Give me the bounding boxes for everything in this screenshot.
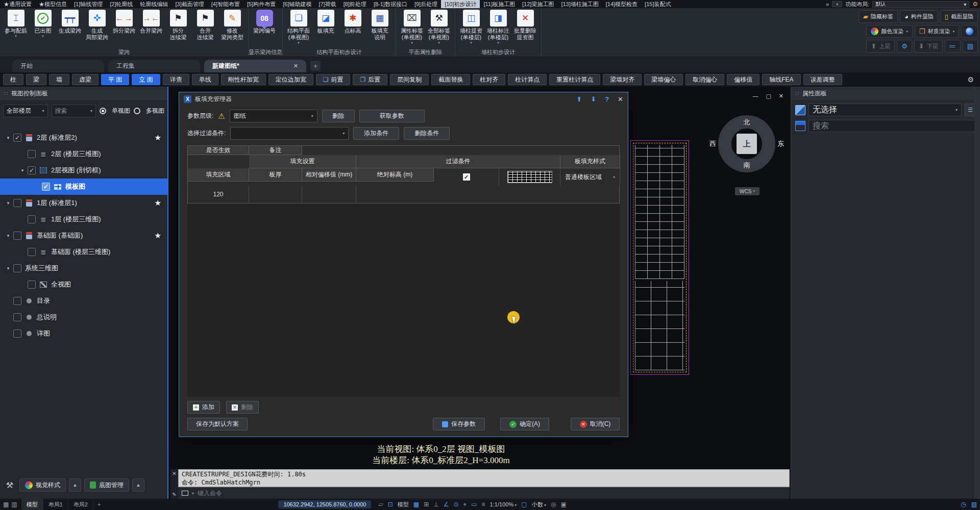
tree-checkbox[interactable] (28, 150, 36, 158)
visual-style-button[interactable]: 视觉样式 (19, 478, 66, 492)
toolbar-button[interactable]: 柱 (3, 74, 23, 85)
ribbon-button[interactable]: ✜生成 局部梁跨 (84, 10, 110, 41)
wcs-selector[interactable]: WCS▾ (735, 187, 760, 195)
ribbon-button[interactable]: ⚒全部标签 (单视图)▾ (426, 10, 452, 44)
toolbar-button[interactable]: 柱计算点 (508, 74, 547, 85)
row-rel-offset-cell[interactable] (249, 186, 302, 203)
otrack-icon[interactable]: ⌖ (463, 501, 467, 508)
ribbon-icon-button[interactable] (961, 25, 978, 38)
close-icon[interactable]: ✕ (172, 471, 176, 476)
toolbar-button[interactable]: 墙 (49, 74, 69, 85)
ribbon-button[interactable]: ◨墙柱标注 (单楼层)▾ (485, 10, 511, 44)
ribbon-button[interactable]: 08梁跨编号 (251, 10, 278, 34)
toolbar-button[interactable]: 刚性杆加宽 (221, 74, 266, 85)
ribbon-button[interactable]: →←合并梁跨 (138, 10, 164, 34)
menu-overflow-chevron[interactable]: » (826, 1, 829, 7)
delete-level-button[interactable]: 删除 (322, 110, 355, 122)
toolbar-button[interactable]: 偏移值 (727, 74, 760, 85)
tree-item[interactable]: 模板图 (0, 178, 167, 195)
ribbon-button[interactable]: ✕批量删除 提资图 (512, 10, 538, 41)
tree-checkbox[interactable] (13, 297, 21, 305)
ribbon-button[interactable]: ⌶参与配筋▾ (3, 10, 29, 38)
tree-item[interactable]: 全视图 (0, 276, 167, 293)
ribbon-button[interactable]: ▦板填充 说明 (366, 10, 393, 41)
minimize-icon[interactable]: — (752, 93, 758, 99)
ribbon-button[interactable]: ✱点标高 (339, 10, 366, 34)
ribbon-toggle-button[interactable]: ❐材质渲染▾ (915, 25, 959, 38)
float-window-icon[interactable]: ▱ (378, 501, 383, 508)
document-tab[interactable]: 工程集 (108, 60, 200, 72)
add-condition-button[interactable]: 添加条件 (353, 127, 399, 140)
menu-item[interactable]: [11]板施工图 (480, 0, 519, 8)
tree-checkbox[interactable] (13, 134, 21, 142)
clock-icon[interactable]: ◷ (961, 501, 966, 508)
grid-icon[interactable]: ▦ (413, 501, 419, 508)
tree-item[interactable]: ≣1层 (楼层三维图) (0, 211, 167, 227)
view-compass[interactable]: 北 南 西 东 上 (718, 115, 775, 172)
annotation-icon[interactable]: ▢ (521, 501, 527, 508)
filter-condition-select[interactable]: ▾ (230, 127, 349, 140)
ok-button[interactable]: ✓确定(A) (500, 418, 549, 430)
toolbar-button[interactable]: ❏前置 (316, 74, 351, 85)
selection-select[interactable]: 无选择▾ (808, 104, 962, 116)
close-icon[interactable]: ✕ (779, 93, 783, 99)
cancel-button[interactable]: ✕取消(C) (571, 418, 620, 430)
tree-checkbox[interactable] (13, 232, 21, 240)
close-icon[interactable]: ✕ (618, 95, 623, 103)
move-down-icon[interactable]: ⬇ (591, 95, 596, 103)
layout-tab[interactable]: 布局1 (43, 499, 68, 510)
toolbar-button[interactable]: 层间复制 (390, 74, 429, 85)
menu-item[interactable]: [8-1]数据接口 (370, 0, 411, 8)
toolbar-button[interactable]: 误差调整 (803, 74, 842, 85)
star-icon[interactable]: ★ (155, 231, 161, 240)
polar-icon[interactable]: ∠ (444, 501, 449, 508)
command-input[interactable]: ▾ 键入命令 (178, 487, 790, 499)
close-icon[interactable]: ✕ (293, 63, 298, 69)
expander-icon[interactable]: ▾ (18, 168, 27, 173)
toolbar-button[interactable]: 梁墙偏心 (644, 74, 683, 85)
expander-icon[interactable]: ▾ (4, 266, 12, 271)
toolbar-button[interactable]: 单线 (192, 74, 218, 85)
visual-style-expand-button[interactable]: ▲ (69, 478, 81, 492)
property-search-input[interactable]: 搜索 (808, 120, 976, 132)
dialog-titlebar[interactable]: X 板填充管理器 ⬆ ⬇ ? ✕ (179, 92, 628, 106)
osnap-icon[interactable]: ⊙ (453, 501, 458, 508)
command-history[interactable]: CREATESTRUPRE_DESIGN花费时间: 1.80s 命令: CmdS… (178, 469, 790, 487)
row-thickness-cell[interactable]: 120 (188, 186, 249, 203)
menu-item[interactable]: [6]辅助建模 (279, 0, 315, 8)
basemap-expand-button[interactable]: ▲ (132, 478, 144, 492)
ribbon-toggle-button[interactable]: ▯截面显隐 (940, 10, 978, 23)
toolbar-button[interactable]: 定位边加宽 (268, 74, 313, 85)
ribbon-button[interactable]: ⌧属性标签 (单视图)▾ (399, 10, 425, 44)
ortho-icon[interactable]: ⊥ (433, 501, 438, 508)
move-up-icon[interactable]: ⬆ (576, 95, 582, 103)
tools-icon[interactable]: ⚒ (3, 480, 16, 490)
edit-icon[interactable]: ✎ (172, 492, 176, 497)
ribbon-toggle-button[interactable]: ⬇下层 (914, 40, 943, 53)
menu-item[interactable]: [9]后处理 (411, 0, 441, 8)
menu-item[interactable]: [8]前处理 (340, 0, 370, 8)
ribbon-button[interactable]: ◪板填充 (312, 10, 339, 34)
tree-item[interactable]: 目录 (0, 293, 167, 309)
menu-dropdown-button[interactable]: ▾ (832, 1, 842, 7)
dyn-input-icon[interactable]: ▭ (471, 501, 477, 508)
document-tab[interactable]: 新建图纸*✕ (204, 60, 306, 72)
tree-checkbox[interactable] (13, 264, 21, 272)
save-as-default-button[interactable]: 保存为默认方案 (187, 418, 248, 430)
toolbar-button[interactable]: 柱对齐 (473, 74, 505, 85)
layout-tab[interactable]: 布局2 (68, 499, 93, 510)
tree-checkbox[interactable] (28, 248, 36, 256)
layout-select[interactable]: 默认▾ (872, 1, 969, 8)
ribbon-toggle-button[interactable]: 颜色渲染▾ (866, 25, 913, 38)
ribbon-toggle-button[interactable]: ◕构件显隐 (900, 10, 938, 23)
menu-item[interactable]: [14]模型检查 (602, 0, 641, 8)
menu-item[interactable]: ★通用设置 (0, 0, 35, 8)
tree-item[interactable]: ≣基础面 (楼层三维图) (0, 244, 167, 260)
basemap-manage-button[interactable]: 底图管理 (84, 478, 129, 492)
gear-icon[interactable]: ⚙ (972, 1, 978, 8)
ribbon-button[interactable]: ⚑合并 连续梁 (192, 10, 218, 41)
menu-item[interactable]: [3]截面管理 (172, 0, 207, 8)
toolbar-button[interactable]: 详查 (163, 74, 189, 85)
tree-item[interactable]: 总说明 (0, 309, 167, 325)
help-icon[interactable]: ? (605, 95, 609, 103)
